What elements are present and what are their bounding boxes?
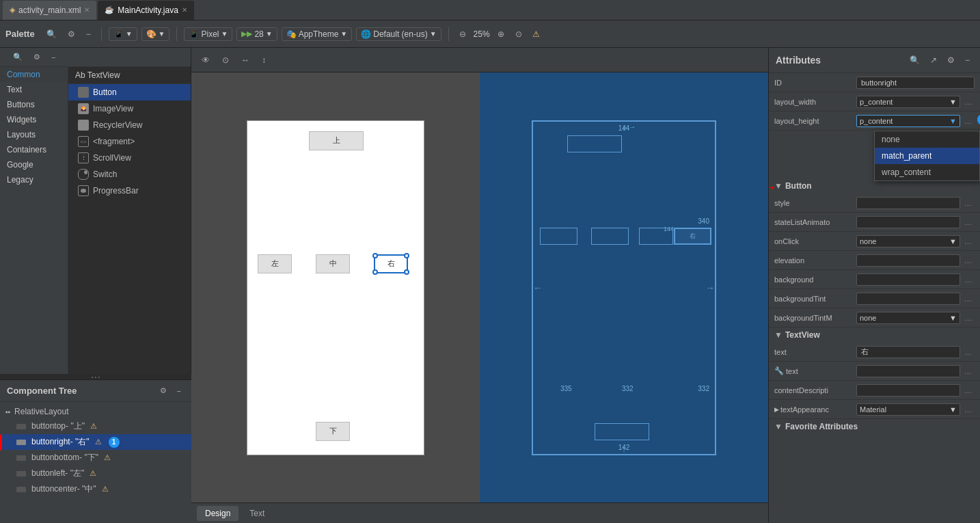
style-more[interactable]: …	[962, 199, 975, 207]
tree-item-relativelayout[interactable]: ▪▪ RelativeLayout	[0, 405, 191, 418]
button-center-design[interactable]: 中	[316, 254, 350, 273]
theme-dropdown[interactable]: 🎭 AppTheme ▼	[282, 27, 353, 41]
attr-textappearance-dropdown[interactable]: Material ▼	[856, 403, 960, 416]
attr-statelistanimator-input[interactable]	[856, 216, 960, 228]
category-widgets[interactable]: Widgets	[0, 112, 68, 127]
backgroundtintmode-more[interactable]: …	[962, 314, 975, 322]
attr-minus-button[interactable]: −	[962, 53, 973, 67]
palette-item-imageview[interactable]: 🌄 ImageView	[68, 100, 191, 117]
text-more[interactable]: …	[962, 348, 975, 356]
attr-text2-input[interactable]	[856, 365, 960, 377]
contentdescription-more[interactable]: …	[962, 386, 975, 394]
bp-button-bottom[interactable]	[595, 423, 649, 440]
minus-button[interactable]: −	[83, 27, 94, 41]
dropdown-option-match-parent[interactable]: match_parent	[875, 148, 979, 164]
vert-arrows[interactable]: ↕	[258, 53, 269, 67]
backgroundtint-more[interactable]: …	[962, 295, 975, 303]
palette-minus-button[interactable]: −	[48, 51, 59, 64]
attr-backgroundtint-input[interactable]	[856, 293, 960, 305]
tree-item-buttonright[interactable]: buttonright- "右" ⚠ 1	[0, 434, 191, 450]
attr-background-input[interactable]	[856, 273, 960, 286]
onclick-more[interactable]: …	[962, 237, 975, 245]
attr-contentdescription-input[interactable]	[856, 384, 960, 397]
palette-item-switch[interactable]: Switch	[68, 166, 191, 183]
tab-mainactivity[interactable]: ☕ MainActivity.java ✕	[98, 1, 193, 20]
attr-text-input[interactable]	[856, 346, 960, 358]
category-buttons[interactable]: Buttons	[0, 97, 68, 112]
fit-button[interactable]: ⊙	[512, 27, 526, 41]
elevation-more[interactable]: …	[962, 256, 975, 265]
bp-button-center2[interactable]	[639, 228, 673, 245]
category-legacy[interactable]: Legacy	[0, 172, 68, 187]
attr-style-input[interactable]	[856, 197, 960, 209]
category-text[interactable]: Text	[0, 82, 68, 97]
attr-backgroundtintmode-dropdown[interactable]: none ▼	[856, 312, 960, 324]
settings-button[interactable]: ⚙	[64, 27, 79, 41]
textappearance-more[interactable]: …	[962, 405, 975, 414]
layout-height-more[interactable]: …	[962, 117, 975, 125]
tree-minus-button[interactable]: −	[174, 384, 185, 397]
tree-settings-button[interactable]: ⚙	[156, 384, 170, 397]
tree-item-buttonleft[interactable]: buttonleft- "左" ⚠	[0, 466, 191, 481]
tree-item-buttonbottom[interactable]: buttonbottom- "下" ⚠	[0, 450, 191, 466]
button-left-design[interactable]: 左	[258, 254, 292, 273]
category-common[interactable]: Common	[0, 67, 68, 82]
zoom-in-button[interactable]: ⊕	[494, 27, 508, 41]
style-dropdown[interactable]: 🎨 ▼	[141, 27, 170, 41]
button-top-design[interactable]: 上	[309, 131, 364, 150]
attr-settings-button[interactable]: ⚙	[944, 53, 958, 67]
layout-width-more[interactable]: …	[962, 98, 975, 106]
bp-button-right[interactable]: 右	[674, 228, 711, 245]
bp-button-left[interactable]	[540, 228, 577, 245]
search-button[interactable]: 🔍	[43, 27, 60, 41]
tab-activity-main[interactable]: ◈ activity_main.xml ✕	[3, 1, 96, 20]
button-right-design[interactable]: 右	[374, 254, 408, 273]
handle-br[interactable]	[404, 269, 409, 275]
bottom-tab-text[interactable]: Text	[241, 506, 273, 521]
bp-button-top[interactable]	[567, 135, 622, 152]
api-dropdown[interactable]: ▶▶ 28 ▼	[236, 27, 277, 41]
category-google[interactable]: Google	[0, 157, 68, 172]
palette-settings-button[interactable]: ⚙	[30, 51, 44, 64]
horiz-arrows[interactable]: ↔	[238, 53, 253, 67]
attr-layout-height-dropdown[interactable]: p_content ▼	[856, 115, 960, 127]
zoom-out-button[interactable]: ⊖	[456, 27, 469, 41]
attr-layout-width-dropdown[interactable]: p_content ▼	[856, 96, 960, 108]
device-dropdown[interactable]: 📱 Pixel ▼	[184, 27, 232, 41]
bp-button-center[interactable]	[591, 228, 629, 245]
blueprint-toggle[interactable]: ⊙	[219, 53, 232, 67]
tree-item-buttoncenter[interactable]: buttoncenter- "中" ⚠	[0, 481, 191, 497]
blueprint-view[interactable]: 144 ←→ 340 右 144	[480, 72, 768, 502]
tree-item-buttontop[interactable]: buttontop- "上" ⚠	[0, 418, 191, 434]
text2-more[interactable]: …	[962, 367, 975, 375]
palette-item-button[interactable]: Button	[68, 84, 191, 100]
tab-activity-main-close[interactable]: ✕	[84, 6, 90, 14]
bottom-tab-design[interactable]: Design	[197, 506, 239, 521]
palette-item-progressbar[interactable]: ProgressBar	[68, 183, 191, 199]
dropdown-option-none[interactable]: none	[875, 131, 979, 148]
palette-item-fragment[interactable]: <> <fragment>	[68, 133, 191, 150]
palette-item-recyclerview[interactable]: RecyclerView	[68, 117, 191, 133]
orientation-dropdown[interactable]: 📱 ▼	[109, 27, 137, 41]
attr-search-button[interactable]: 🔍	[906, 53, 923, 67]
handle-tr[interactable]	[404, 253, 409, 258]
preview-button[interactable]: 👁	[198, 53, 213, 67]
attr-id-input[interactable]	[856, 77, 975, 89]
attr-onclick-dropdown[interactable]: none ▼	[856, 235, 960, 247]
tab-mainactivity-close[interactable]: ✕	[182, 6, 187, 14]
handle-bl[interactable]	[372, 269, 378, 275]
palette-item-scrollview[interactable]: ⋮ ScrollView	[68, 150, 191, 166]
design-view[interactable]: 上 左 中 右	[191, 72, 480, 502]
handle-tl[interactable]	[372, 253, 378, 258]
statelistanimator-more[interactable]: …	[962, 218, 975, 226]
locale-dropdown[interactable]: 🌐 Default (en-us) ▼	[356, 27, 441, 41]
palette-search-button[interactable]: 🔍	[10, 51, 26, 64]
attr-elevation-input[interactable]	[856, 254, 960, 267]
category-layouts[interactable]: Layouts	[0, 127, 68, 142]
panel-divider[interactable]: • • •	[0, 374, 191, 379]
background-more[interactable]: …	[962, 276, 975, 284]
dropdown-option-wrap-content[interactable]: wrap_content	[875, 164, 979, 180]
category-containers[interactable]: Containers	[0, 142, 68, 157]
attr-link-button[interactable]: ↗	[927, 53, 940, 67]
button-bottom-design[interactable]: 下	[316, 422, 350, 441]
